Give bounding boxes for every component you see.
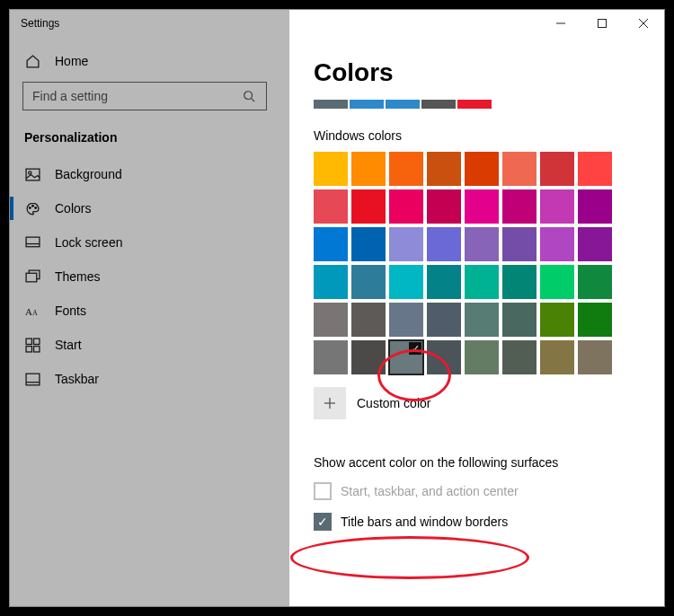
- color-swatch[interactable]: [465, 152, 499, 186]
- svg-rect-17: [33, 339, 39, 344]
- minimize-button[interactable]: [540, 10, 581, 37]
- color-swatch[interactable]: [427, 265, 461, 299]
- color-swatch[interactable]: [314, 265, 348, 299]
- sidebar-item-background[interactable]: Background: [10, 157, 279, 191]
- maximize-button[interactable]: [581, 10, 623, 37]
- color-swatch[interactable]: [465, 265, 499, 299]
- custom-color-label: Custom color: [357, 396, 430, 410]
- svg-line-5: [252, 99, 255, 102]
- recent-color-swatch[interactable]: [350, 100, 384, 109]
- svg-text:A: A: [25, 306, 32, 317]
- color-swatch[interactable]: [427, 189, 461, 224]
- home-label: Home: [55, 54, 88, 68]
- accent-option: Start, taskbar, and action center: [314, 482, 664, 500]
- color-swatch[interactable]: [427, 303, 461, 337]
- page-title: Colors: [314, 58, 664, 87]
- color-swatch[interactable]: [578, 152, 612, 186]
- color-swatch[interactable]: [578, 340, 612, 374]
- color-swatch[interactable]: [314, 227, 348, 261]
- checkbox[interactable]: ✓: [314, 513, 332, 531]
- color-swatch[interactable]: [314, 189, 348, 224]
- accent-option[interactable]: ✓Title bars and window borders: [314, 513, 664, 531]
- close-button[interactable]: [623, 10, 664, 37]
- sidebar-item-lock-screen[interactable]: Lock screen: [10, 225, 279, 260]
- sidebar-item-themes[interactable]: Themes: [10, 260, 279, 294]
- color-swatch[interactable]: [351, 303, 386, 337]
- color-swatch[interactable]: [502, 340, 537, 374]
- color-swatch[interactable]: [389, 189, 423, 224]
- recent-color-swatch[interactable]: [421, 100, 456, 109]
- color-swatch[interactable]: [540, 152, 574, 186]
- accent-option-label: Start, taskbar, and action center: [341, 484, 519, 498]
- accent-section-label: Show accent color on the following surfa…: [314, 455, 664, 470]
- search-input[interactable]: Find a setting: [22, 82, 267, 110]
- color-swatch[interactable]: [465, 227, 499, 261]
- start-icon: [24, 337, 40, 353]
- recent-color-swatch[interactable]: [314, 100, 348, 109]
- color-swatch[interactable]: [314, 303, 348, 337]
- sidebar-item-label: Colors: [55, 201, 91, 216]
- color-swatch[interactable]: [427, 152, 461, 186]
- color-swatch[interactable]: [351, 189, 386, 224]
- sidebar-item-label: Start: [55, 338, 82, 352]
- color-swatch[interactable]: [389, 303, 423, 337]
- color-swatch[interactable]: [540, 265, 574, 299]
- color-swatch[interactable]: [351, 265, 386, 299]
- color-swatch[interactable]: [351, 227, 386, 261]
- sidebar-item-label: Themes: [55, 269, 101, 284]
- color-swatch[interactable]: [502, 227, 537, 261]
- custom-color-button[interactable]: [314, 387, 346, 419]
- color-swatch[interactable]: [578, 303, 612, 337]
- svg-point-8: [29, 207, 31, 208]
- color-swatch[interactable]: [578, 265, 612, 299]
- sidebar-item-label: Taskbar: [55, 372, 99, 386]
- sidebar-item-fonts[interactable]: AAFonts: [10, 294, 279, 328]
- svg-point-4: [244, 92, 253, 100]
- recent-color-swatch[interactable]: [386, 100, 420, 109]
- color-swatch[interactable]: [540, 227, 574, 261]
- fonts-icon: AA: [24, 303, 40, 319]
- color-swatch[interactable]: [351, 340, 386, 374]
- sidebar-item-label: Fonts: [55, 304, 86, 318]
- color-swatch[interactable]: [314, 152, 348, 186]
- recent-color-swatch[interactable]: [457, 100, 492, 109]
- color-swatch[interactable]: [540, 340, 574, 374]
- search-placeholder: Find a setting: [32, 89, 241, 103]
- color-swatch[interactable]: [389, 265, 423, 299]
- color-swatch[interactable]: [427, 227, 461, 261]
- color-swatch[interactable]: [351, 152, 386, 186]
- sidebar-item-taskbar[interactable]: Taskbar: [10, 362, 279, 396]
- color-swatch[interactable]: [540, 189, 574, 224]
- recent-colors-row: [314, 100, 664, 109]
- color-swatch[interactable]: [465, 189, 499, 224]
- color-swatch[interactable]: [427, 340, 461, 374]
- color-swatch[interactable]: [465, 303, 499, 337]
- svg-point-9: [31, 205, 33, 207]
- color-swatch[interactable]: [578, 189, 612, 224]
- color-swatch[interactable]: [502, 189, 537, 224]
- color-swatch[interactable]: [389, 227, 423, 261]
- checkbox: [314, 482, 332, 500]
- svg-rect-18: [26, 346, 31, 351]
- color-swatch[interactable]: [502, 265, 537, 299]
- home-link[interactable]: Home: [10, 46, 279, 82]
- sidebar-item-colors[interactable]: Colors: [10, 191, 279, 225]
- windows-colors-label: Windows colors: [314, 128, 664, 143]
- sidebar-item-label: Background: [55, 167, 122, 181]
- color-swatch[interactable]: [465, 340, 499, 374]
- color-swatch[interactable]: [502, 152, 537, 186]
- color-swatch[interactable]: [502, 303, 537, 337]
- taskbar-icon: [24, 371, 40, 387]
- color-swatch[interactable]: [314, 340, 348, 374]
- color-swatch[interactable]: [540, 303, 574, 337]
- color-swatch[interactable]: ✓: [389, 340, 423, 374]
- color-swatch[interactable]: [578, 227, 612, 261]
- svg-rect-19: [33, 346, 39, 351]
- color-swatch[interactable]: [389, 152, 423, 186]
- svg-point-7: [28, 171, 31, 173]
- svg-point-10: [34, 207, 36, 208]
- svg-rect-16: [26, 339, 31, 344]
- sidebar-item-label: Lock screen: [55, 235, 122, 250]
- search-icon: [241, 88, 257, 104]
- sidebar-item-start[interactable]: Start: [10, 328, 279, 362]
